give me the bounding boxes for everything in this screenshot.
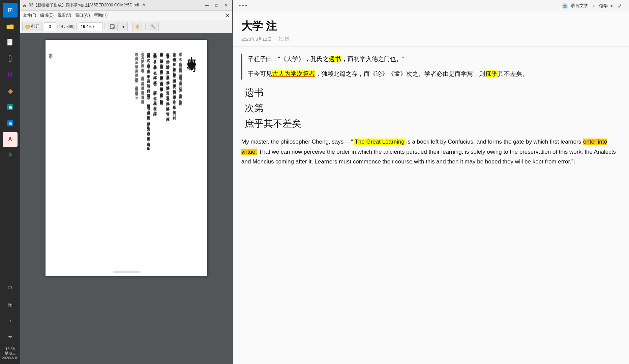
scroll-indicator <box>113 271 140 273</box>
pdf-text-col4: 其本亂而末治者否矣。其所厚者薄，而其所薄者厚，未之有也。此謂知本，此謂知之至也。… <box>153 50 158 150</box>
pdf-app-icon: A <box>23 3 26 8</box>
pdf-panel: A 03【新编诸子集成】四书章句集注%5BED2000.COM%5D.pdf -… <box>20 0 233 364</box>
note-date: 2020年3月12日 <box>241 36 272 42</box>
toolbar-separator-2 <box>104 23 105 30</box>
more-tools-button[interactable]: ▾ <box>119 22 128 31</box>
page-info: (14 / 399) <box>57 24 74 29</box>
menu-help[interactable]: 帮助(H) <box>94 12 108 18</box>
sidebar-icon-onenote[interactable]: N <box>3 67 18 82</box>
maximize-button[interactable]: □ <box>213 2 220 9</box>
hand-tool-button[interactable]: ✋ <box>132 22 143 31</box>
pdf-menubar: 文件(F) 编辑(E) 视图(V) 窗口(W) 帮助(H) ✕ <box>20 11 232 20</box>
chinese-text-mid2: ，独赖此篇之存，而《论》《孟》次之。学者必由是而学焉，则 <box>315 70 485 77</box>
sidebar-icon-document[interactable] <box>3 35 18 50</box>
note-time: 21:29 <box>278 36 290 42</box>
english-para: My master, the philosopher Cheng, says —… <box>241 137 621 167</box>
sidebar-icon-blue[interactable]: ⊞ <box>3 116 18 131</box>
breadcrumb-item1: 文 语言文学 <box>562 3 589 9</box>
svg-rect-7 <box>110 25 114 29</box>
pdf-main-title: 大學章句 <box>186 50 198 150</box>
sidebar-icon-clip[interactable] <box>3 51 18 66</box>
english-section: My master, the philosopher Cheng, says —… <box>241 137 621 167</box>
pdf-toolbar: 打开 (14 / 399) 19.4% ▾ ▾ ✋ 🔧 <box>20 20 232 33</box>
sidebar-icon-pen[interactable]: ✒ <box>3 329 18 344</box>
pdf-page: 大 学 章 句 大學章句 子程子曰：大學，孔氏之遺書，而初學入德之門也。於今可見… <box>46 40 207 276</box>
annotation-chars-section: 遗书 次第 庶乎其不差矣 <box>241 86 621 130</box>
right-panel: ••• 文 语言文学 > 儒学 ▾ ⤢ 大学 注 2020年3月12日 21:2… <box>233 0 629 364</box>
english-highlighted-title: The Great Learning <box>354 139 405 145</box>
toolbar-separator-3 <box>130 23 130 30</box>
chinese-text-post2: 其不差矣。 <box>498 70 528 77</box>
menu-view[interactable]: 视图(V) <box>58 12 71 18</box>
pdf-text-col5: 故君子必慎其獨也！曾子曰：「十目所視，十手所指，其嚴乎！」富潤屋，德潤身，心廣體… <box>146 50 151 150</box>
sidebar-time: 18:58 星期三 2020/3/18 <box>2 345 19 361</box>
sidebar-icon-ch[interactable]: 中 <box>3 281 18 296</box>
pdf-text-col3: 物格而後知至；知至而後意誠；意誠而後心正；心正而後身修；身修而後家齊；家齊而後國… <box>159 50 164 150</box>
right-body: 子程子曰：“《大学》，孔氏之遗书，而初学入德之门也。” 于今可见古人为学次第者，… <box>233 47 629 364</box>
chinese-text-pre2: 于今可见 <box>248 70 272 77</box>
english-post: That we can now perceive the order in wh… <box>241 149 616 165</box>
chinese-text-pre1: 子程子曰：“《大学》，孔氏之 <box>248 56 329 62</box>
english-pre: My master, the philosopher Cheng, says —… <box>241 139 354 145</box>
text-cursor <box>574 159 574 165</box>
chinese-text-para2: 于今可见古人为学次第者，独赖此篇之存，而《论》《孟》次之。学者必由是而学焉，则庶… <box>248 68 621 79</box>
sidebar-icon-grid2[interactable]: ⊞ <box>3 297 18 312</box>
annotation-char-2: 次第 <box>245 102 621 115</box>
topbar-dots[interactable]: ••• <box>239 2 248 9</box>
highlighted-shuhu: 庶乎 <box>485 70 498 77</box>
svg-text:文: 文 <box>563 4 567 8</box>
sidebar-icon-ppt[interactable]: P <box>3 148 18 163</box>
sidebar-icon-arrow[interactable]: › <box>3 313 18 328</box>
wrench-button[interactable]: 🔧 <box>148 22 159 31</box>
right-header: 大学 注 2020年3月12日 21:29 <box>233 12 629 47</box>
menu-window[interactable]: 窗口(W) <box>75 12 90 18</box>
close-button[interactable]: ✕ <box>223 2 230 9</box>
svg-text:⊞: ⊞ <box>9 122 12 126</box>
annotation-char-3: 庶乎其不差矣 <box>245 117 621 130</box>
pdf-text-col6: 心不在焉，視而不見，聽而不聞，食而不知其味。此謂修身在正其心。○所謂齊其家在修其… <box>140 50 145 150</box>
sidebar-icon-pdf[interactable]: A <box>3 132 18 147</box>
pdf-text-col1: 大學之道，在明明德，在親民，在止於至善。知止而後有定；定而後能靜；靜而後能安；安… <box>172 50 177 150</box>
pdf-titlebar: A 03【新编诸子集成】四书章句集注%5BED2000.COM%5D.pdf -… <box>20 0 232 11</box>
open-button[interactable]: 打开 <box>22 22 42 31</box>
zoom-display[interactable]: 19.4% ▾ <box>79 22 102 31</box>
left-sidebar: ⊞ N ◆ ⊞ ⊞ A P 中 ⊞ › ✒ <box>0 0 20 364</box>
breadcrumb-item2: 儒学 <box>599 3 608 9</box>
pdf-text-col7: 故好而知其惡，惡而知其美者，天下鮮矣。故諺有之曰：「人莫知其子之惡，莫知其苗之碩… <box>134 50 139 150</box>
pdf-page-label: 大 学 章 句 <box>48 50 53 53</box>
menu-file[interactable]: 文件(F) <box>23 12 36 18</box>
highlighted-yishu: 遗书 <box>329 56 341 62</box>
annotation-char-1: 遗书 <box>245 86 621 99</box>
fit-page-button[interactable] <box>107 22 118 31</box>
breadcrumb: 文 语言文学 > 儒学 ▾ ⤢ <box>562 2 624 10</box>
toolbar-separator-4 <box>145 23 146 30</box>
expand-button[interactable]: ⤢ <box>616 2 624 10</box>
sidebar-icon-teal[interactable]: ⊞ <box>3 100 18 115</box>
page-number-input[interactable] <box>44 22 56 31</box>
breadcrumb-separator: > <box>592 3 595 8</box>
sidebar-icon-grid[interactable]: ⊞ <box>3 3 18 18</box>
close-panel-btn[interactable]: ✕ <box>226 13 230 18</box>
breadcrumb-dropdown-icon[interactable]: ▾ <box>610 3 613 8</box>
chinese-text-post1: ，而初学入德之门也。” <box>341 56 404 62</box>
note-meta: 2020年3月12日 21:29 <box>241 36 621 42</box>
menu-edit[interactable]: 编辑(E) <box>40 12 54 18</box>
sidebar-icon-folder[interactable] <box>3 19 18 34</box>
chinese-text-para1: 子程子曰：“《大学》，孔氏之遗书，而初学入德之门也。” <box>248 54 621 64</box>
pdf-window-title: 03【新编诸子集成】四书章句集注%5BED2000.COM%5D.pdf - A… <box>29 2 201 8</box>
pdf-content: 大 学 章 句 大學章句 子程子曰：大學，孔氏之遺書，而初學入德之門也。於今可見… <box>20 33 232 364</box>
pdf-attribution: 子程子曰：大學，孔氏之遺書，而初學入德之門也。於今可見古人爲學次第者，獨賴此篇之… <box>178 50 183 150</box>
pdf-text-col2: 古之欲明明德於天下者，先治其國；欲治其國者，先齊其家；欲齊其家者，先修其身；欲修… <box>166 50 171 150</box>
note-title: 大学 注 <box>241 19 621 34</box>
english-mid: is a book left by Confucius, and forms t… <box>405 139 583 145</box>
right-topbar: ••• 文 语言文学 > 儒学 ▾ ⤢ <box>233 0 629 12</box>
content-section-chinese: 子程子曰：“《大学》，孔氏之遗书，而初学入德之门也。” 于今可见古人为学次第者，… <box>241 54 621 80</box>
svg-rect-1 <box>7 39 12 45</box>
sidebar-icon-orange[interactable]: ◆ <box>3 84 18 98</box>
svg-text:⊞: ⊞ <box>8 105 12 110</box>
highlighted-guren: 古人为学次第者 <box>272 70 315 77</box>
toolbar-separator <box>77 23 77 30</box>
minimize-button[interactable]: — <box>204 2 211 9</box>
